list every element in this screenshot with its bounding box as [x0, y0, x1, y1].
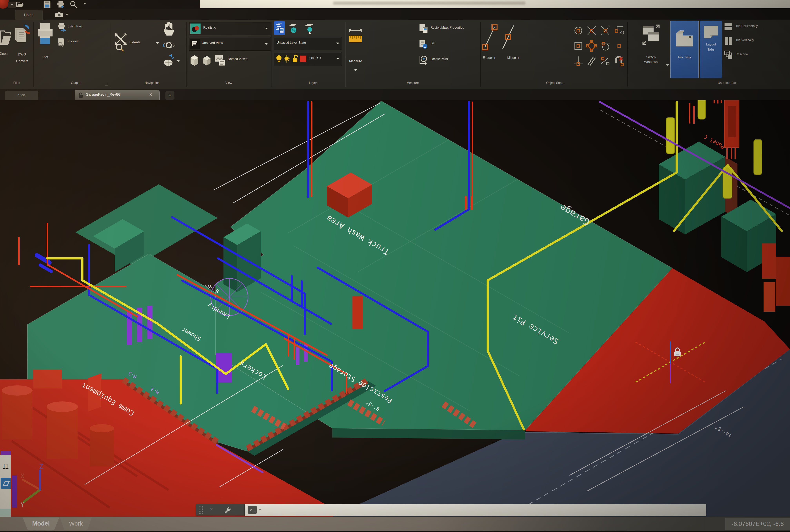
switch-windows-icon[interactable]: [641, 23, 661, 47]
locate-point-icon[interactable]: [419, 55, 428, 65]
coordinates-readout[interactable]: -6.07607E+02, -6.6: [725, 518, 790, 530]
close-tab-icon[interactable]: ×: [149, 92, 152, 98]
panel-launcher-icon[interactable]: [105, 82, 108, 86]
camera-icon[interactable]: [55, 12, 63, 18]
extents-button[interactable]: Extents: [129, 40, 154, 44]
qat-caret-icon[interactable]: [83, 3, 86, 4]
layer-color-swatch[interactable]: [300, 56, 306, 62]
layer-caret-icon: [336, 58, 339, 60]
named-views-icon[interactable]: [214, 53, 226, 66]
snap-apparent-intersection-icon[interactable]: [600, 25, 611, 36]
layer-match-icon[interactable]: [288, 21, 299, 35]
batch-plot-button[interactable]: Batch Plot: [68, 25, 105, 28]
panel-separator: [271, 22, 272, 87]
measure-ruler-icon[interactable]: [349, 25, 363, 50]
app-menu-caret-button[interactable]: [8, 2, 16, 8]
cascade-button[interactable]: Cascade: [735, 53, 775, 56]
visual-style-dropdown[interactable]: Realistic: [189, 22, 271, 35]
file-tab-start[interactable]: Start: [5, 91, 38, 100]
open-folder-icon[interactable]: [0, 25, 12, 50]
snap-endpoint-icon[interactable]: [482, 22, 498, 53]
batch-plot-icon[interactable]: [57, 23, 66, 32]
view-dropdown[interactable]: Unsaved View: [189, 37, 271, 51]
snap-perpendicular-icon[interactable]: [573, 55, 584, 67]
file-tabs-toggle[interactable]: File Tabs: [670, 21, 699, 78]
model-tab-label: Model: [32, 520, 50, 527]
tile-horizontally-button[interactable]: Tile Horizontally: [735, 24, 787, 28]
extents-caret-icon[interactable]: [156, 42, 159, 44]
snap-off-icon[interactable]: [614, 55, 624, 67]
panel-label-user-interface: User Interface: [708, 81, 747, 88]
tab-model[interactable]: Model: [23, 517, 59, 531]
steering-wheel-icon[interactable]: [162, 54, 175, 68]
snap-endpoint-button[interactable]: Endpoint: [475, 56, 503, 60]
switch-windows-caret-icon[interactable]: [666, 64, 669, 66]
drawing-canvas[interactable]: Garage Truck Wash Area Service Pit Pesti…: [0, 100, 790, 517]
panel-separator: [480, 22, 481, 87]
tile-vertically-button[interactable]: Tile Vertically: [735, 38, 787, 42]
snap-tangent-icon[interactable]: [600, 40, 611, 52]
unlock-icon[interactable]: [291, 54, 298, 63]
layer-dropdown[interactable]: Circuit X: [274, 52, 342, 66]
sun-icon[interactable]: [283, 55, 290, 63]
wrench-icon[interactable]: [224, 506, 231, 514]
save-icon[interactable]: [42, 0, 52, 9]
command-input[interactable]: >_: [245, 504, 706, 516]
tile-vertically-icon[interactable]: [724, 36, 733, 46]
locate-point-button[interactable]: Locate Point: [430, 57, 470, 61]
new-tab-button[interactable]: +: [166, 91, 174, 99]
tile-horizontally-icon[interactable]: [724, 22, 733, 32]
snap-parallel-icon[interactable]: [586, 55, 597, 67]
snap-center-icon[interactable]: [573, 25, 584, 36]
layer-isolate-icon[interactable]: [303, 21, 315, 35]
dwg-label-2: Convert: [10, 59, 34, 63]
zoom-extents-icon[interactable]: [113, 31, 129, 53]
dwg-convert-button[interactable]: DWG Convert: [10, 53, 34, 63]
dwg-convert-icon[interactable]: [13, 23, 33, 51]
side-strip-tool-icon[interactable]: [1, 478, 11, 489]
lightbulb-icon[interactable]: [276, 55, 282, 63]
cube-iso-icon[interactable]: [201, 54, 212, 66]
snap-point-icon[interactable]: [614, 40, 624, 52]
measure-split-button[interactable]: Measure: [342, 59, 369, 63]
region-mass-button[interactable]: Region/Mass Properties: [430, 26, 481, 30]
layer-properties-icon[interactable]: [274, 21, 285, 35]
snap-intersection-icon[interactable]: [586, 25, 597, 36]
pan-hand-icon[interactable]: [162, 21, 175, 37]
snap-node-icon[interactable]: [573, 40, 584, 52]
measure-caret-icon[interactable]: [354, 69, 357, 71]
snap-midpoint-icon[interactable]: [501, 22, 515, 53]
cascade-icon[interactable]: [724, 50, 733, 60]
panel-label-layers: Layers: [302, 81, 325, 88]
cube-front-icon[interactable]: [189, 53, 200, 66]
switch-label-1: Switch: [636, 55, 666, 59]
named-views-button[interactable]: Named Views: [228, 57, 263, 61]
plot-icon[interactable]: [36, 22, 54, 52]
region-mass-icon[interactable]: [419, 23, 428, 34]
switch-windows-button[interactable]: Switch Windows: [636, 55, 666, 64]
command-close-icon[interactable]: ×: [210, 506, 213, 512]
tab-home[interactable]: Home: [15, 10, 43, 20]
tab-work[interactable]: Work: [60, 517, 92, 531]
file-tab-active[interactable]: GarageKevin_Rev86 ×: [75, 90, 159, 100]
orbit-icon[interactable]: [162, 38, 175, 53]
open-icon[interactable]: [15, 0, 24, 8]
snap-quadrant-icon[interactable]: [586, 40, 597, 52]
layer-value: Circuit X: [309, 56, 321, 60]
wheel-caret-icon[interactable]: [177, 60, 180, 62]
snap-midpoint-button[interactable]: Midpoint: [500, 56, 527, 60]
list-icon[interactable]: i: [419, 39, 428, 50]
layout-tabs-toggle[interactable]: Layout Tabs: [700, 21, 722, 78]
camera-caret-icon[interactable]: [65, 14, 69, 16]
preview-icon[interactable]: [57, 38, 66, 47]
list-button[interactable]: List: [430, 41, 462, 45]
snap-extension-icon[interactable]: [600, 55, 611, 67]
command-line-grip[interactable]: ×: [196, 504, 245, 515]
plot-quick-icon[interactable]: [56, 0, 65, 9]
layer-state-dropdown[interactable]: Unsaved Layer State: [274, 37, 342, 50]
snap-insertion-icon[interactable]: [614, 25, 624, 36]
preview-button[interactable]: Preview: [68, 40, 99, 43]
search-icon[interactable]: [69, 0, 78, 8]
tab-home-label: Home: [24, 13, 34, 17]
plot-button[interactable]: Plot: [36, 55, 54, 59]
